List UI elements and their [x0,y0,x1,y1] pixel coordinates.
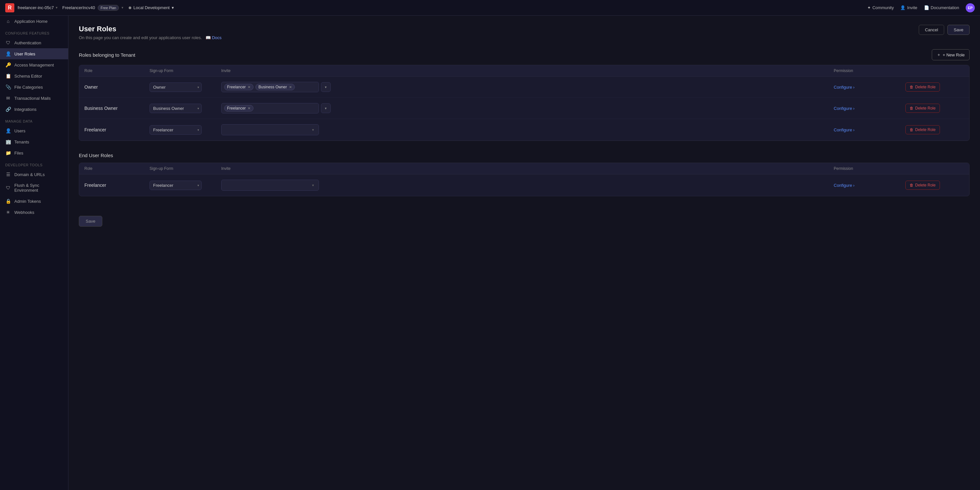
sidebar-item-users[interactable]: 👤 Users [0,125,68,136]
sidebar-item-user-roles[interactable]: 👤 User Roles [0,48,68,59]
chevron-right-icon: › [853,85,854,89]
invite-tags-owner: Freelancer ✕ Business Owner ✕ [221,82,319,92]
delete-role-freelancer-button[interactable]: 🗑 Delete Role [905,125,940,134]
invite-cell-business-owner: Freelancer ✕ ▾ [221,103,834,113]
sidebar-item-admin-tokens[interactable]: 🔒 Admin Tokens [0,196,68,207]
environment-selector[interactable]: Local Development ▾ [129,5,173,10]
actions-freelancer: 🗑 Delete Role [905,125,964,134]
signup-select-eu-freelancer[interactable]: Freelancer [150,180,202,190]
save-bottom-button[interactable]: Save [79,216,102,227]
community-link[interactable]: ✦ Community [867,5,894,10]
col-signup: Sign-up Form [150,69,221,73]
invite-cell-freelancer: ▾ [221,124,834,135]
invite-dropdown-bo[interactable]: ▾ [321,103,331,113]
cancel-button[interactable]: Cancel [919,25,944,35]
permission-freelancer: Configure › [834,128,905,132]
sidebar-item-access-management[interactable]: 🔑 Access Management [0,59,68,70]
docs-link[interactable]: 📖 Docs [205,35,221,40]
signup-select-wrapper-owner: Owner ▾ [150,83,202,92]
signup-select-freelancer[interactable]: Freelancer [150,125,202,135]
table-header-tenant: Role Sign-up Form Invite Permission [79,65,969,77]
actions-eu-freelancer: 🗑 Delete Role [905,180,964,190]
page-title-section: User Roles On this page you can create a… [79,25,221,40]
invite-link[interactable]: 👤 Invite [900,5,917,10]
configure-link-eu-freelancer[interactable]: Configure › [834,183,905,188]
permission-owner: Configure › [834,85,905,89]
app-chevron: ▾ [56,6,58,10]
invite-empty-freelancer[interactable]: ▾ [221,124,319,135]
sidebar-item-application-home[interactable]: ⌂ Application Home [0,16,68,27]
file-cat-label: File Categories [14,85,43,89]
integrations-icon: 🔗 [5,107,11,112]
permission-bo: Configure › [834,106,905,111]
sidebar-item-file-categories[interactable]: 📎 File Categories [0,81,68,93]
documentation-link[interactable]: 📄 Documentation [924,5,959,10]
configure-link-owner[interactable]: Configure › [834,85,905,89]
user-roles-icon: 👤 [5,51,11,56]
delete-role-owner-button[interactable]: 🗑 Delete Role [905,83,940,92]
community-icon: ✦ [867,5,871,10]
webhooks-icon: ✳ [5,210,11,215]
new-role-button[interactable]: ＋ + New Role [932,49,970,60]
trash-icon: 🗑 [910,183,913,187]
book-icon: 📖 [205,35,211,40]
home-icon: ⌂ [5,19,11,24]
invite-dropdown-owner[interactable]: ▾ [321,82,331,92]
signup-select-owner[interactable]: Owner [150,83,202,92]
table-row: Freelancer Freelancer ▾ ▾ [79,119,969,140]
topbar-right: ✦ Community 👤 Invite 📄 Documentation EP [867,3,975,13]
sidebar-item-flush-sync[interactable]: 🛡 Flush & Sync Environment [0,180,68,196]
sidebar-item-domain-urls[interactable]: ☰ Domain & URLs [0,169,68,180]
role-name-business-owner: Business Owner [84,105,150,111]
user-avatar[interactable]: EP [966,3,975,13]
sidebar-item-schema-editor[interactable]: 📋 Schema Editor [0,70,68,81]
mail-icon: ✉ [5,96,11,101]
users-label: Users [14,128,25,133]
remove-tag-freelancer-bo[interactable]: ✕ [248,106,251,110]
domain-label: Domain & URLs [14,172,45,177]
invite-icon: 👤 [900,5,905,10]
schema-icon: 📋 [5,73,11,78]
configure-link-freelancer[interactable]: Configure › [834,128,905,132]
files-icon: 📁 [5,150,11,155]
sidebar-app-home-label: Application Home [14,19,48,24]
plus-icon: ＋ [937,52,941,58]
signup-select-wrapper-eu-freelancer: Freelancer ▾ [150,180,202,190]
sidebar-item-webhooks[interactable]: ✳ Webhooks [0,207,68,218]
main-content: User Roles On this page you can create a… [68,16,980,490]
sidebar-item-transactional-mails[interactable]: ✉ Transactional Mails [0,93,68,104]
trash-icon: 🗑 [910,85,913,89]
remove-tag-freelancer[interactable]: ✕ [248,85,251,89]
flush-label: Flush & Sync Environment [14,183,63,193]
signup-select-business-owner[interactable]: Business Owner [150,104,202,113]
sidebar-item-files[interactable]: 📁 Files [0,147,68,158]
save-header-button[interactable]: Save [947,25,970,35]
sidebar-item-tenants[interactable]: 🏢 Tenants [0,136,68,147]
app-name: freelancer-inc-05c7 [18,5,54,10]
manage-data-label: Manage Data [0,115,68,125]
main-layout: ⌂ Application Home Configure Features 🛡 … [0,16,980,490]
invite-tag-business-owner: Business Owner ✕ [255,84,294,90]
invite-empty-eu-freelancer[interactable]: ▾ [221,180,319,191]
plan-badge[interactable]: Free Plan [98,5,119,11]
sidebar-item-integrations[interactable]: 🔗 Integrations [0,104,68,115]
sidebar-item-authentication[interactable]: 🛡 Authentication [0,37,68,48]
admin-tokens-label: Admin Tokens [14,199,41,204]
files-label: Files [14,151,23,155]
tenant-section-title: Roles belonging to Tenant [79,52,135,58]
lock-icon: 🔒 [5,198,11,204]
signup-select-wrapper-freelancer: Freelancer ▾ [150,125,202,135]
topbar: R freelancer-inc-05c7 ▾ FreelancerIncv40… [0,0,980,16]
delete-role-bo-button[interactable]: 🗑 Delete Role [905,104,940,113]
role-name-eu-freelancer: Freelancer [84,183,150,188]
delete-role-eu-freelancer-button[interactable]: 🗑 Delete Role [905,180,940,190]
header-actions: Cancel Save [919,25,970,35]
configure-link-bo[interactable]: Configure › [834,106,905,111]
configure-features-label: Configure Features [0,27,68,37]
domain-icon: ☰ [5,172,11,177]
col-invite: Invite [221,69,834,73]
col-actions-eu [905,166,964,171]
remove-tag-business-owner[interactable]: ✕ [289,85,292,89]
trash-icon: 🗑 [910,128,913,132]
page-header: User Roles On this page you can create a… [79,25,970,40]
